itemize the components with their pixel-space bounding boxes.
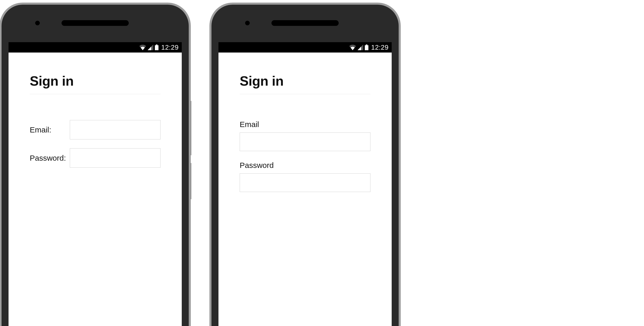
svg-rect-1 — [155, 45, 158, 50]
page-title: Sign in — [240, 73, 370, 94]
phone-bezel: 12:29 Sign in Email Password — [211, 5, 399, 326]
status-time: 12:29 — [371, 43, 389, 51]
password-row: Password: — [30, 148, 161, 168]
phone-mockup-left: 12:29 Sign in Email: Password: — [0, 3, 191, 326]
svg-rect-3 — [365, 45, 368, 50]
password-row: Password — [240, 161, 370, 192]
camera-dot-icon — [35, 21, 40, 25]
phone-mockup-right: 12:29 Sign in Email Password — [209, 3, 401, 326]
email-field[interactable] — [70, 120, 161, 139]
battery-icon — [365, 45, 368, 50]
status-bar: 12:29 — [218, 42, 392, 53]
screen: 12:29 Sign in Email: Password: — [9, 42, 182, 326]
password-field[interactable] — [240, 173, 370, 192]
email-row: Email — [240, 120, 370, 151]
email-label: Email — [240, 120, 370, 129]
password-field[interactable] — [70, 148, 161, 168]
phone-bezel: 12:29 Sign in Email: Password: — [2, 5, 189, 326]
screen: 12:29 Sign in Email Password — [218, 42, 392, 326]
side-button-icon — [191, 163, 191, 199]
password-label: Password: — [30, 154, 70, 162]
phone-shell: 12:29 Sign in Email Password — [209, 3, 401, 326]
page-title: Sign in — [30, 73, 161, 94]
page-content: Sign in Email: Password: — [9, 53, 182, 168]
cell-signal-icon — [358, 45, 363, 50]
email-field[interactable] — [240, 132, 370, 151]
side-button-icon — [191, 101, 191, 155]
cell-signal-icon — [148, 45, 153, 50]
camera-dot-icon — [245, 21, 250, 25]
page-content: Sign in Email Password — [218, 53, 392, 192]
svg-rect-2 — [366, 45, 367, 45]
email-label: Email: — [30, 125, 70, 134]
wifi-icon — [139, 45, 146, 50]
speaker-grille-icon — [62, 20, 129, 26]
speaker-grille-icon — [271, 20, 339, 26]
status-bar: 12:29 — [9, 42, 182, 53]
wifi-icon — [349, 45, 356, 50]
email-row: Email: — [30, 120, 161, 139]
password-label: Password — [240, 161, 370, 170]
svg-rect-0 — [156, 45, 157, 45]
battery-icon — [155, 45, 158, 50]
status-time: 12:29 — [161, 43, 179, 51]
phone-shell: 12:29 Sign in Email: Password: — [0, 3, 191, 326]
